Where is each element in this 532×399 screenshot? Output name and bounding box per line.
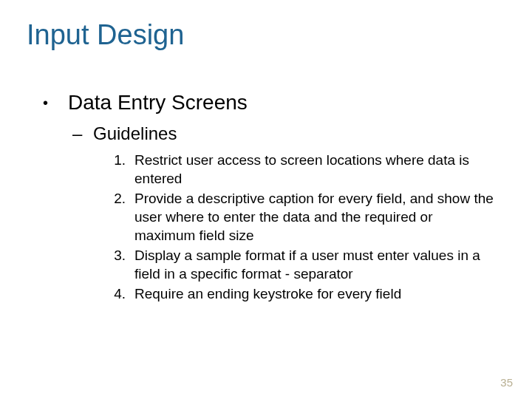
dash-icon: – [72, 123, 93, 145]
page-number: 35 [500, 376, 513, 389]
list-item: 3. Display a sample format if a user mus… [100, 246, 494, 283]
item-number: 3. [100, 246, 134, 265]
item-number: 1. [100, 151, 134, 169]
item-text: Display a sample format if a user must e… [134, 246, 494, 283]
item-text: Restrict user access to screen locations… [134, 151, 494, 188]
list-item: 2. Provide a descriptive caption for eve… [100, 189, 494, 245]
list-item: 1. Restrict user access to screen locati… [100, 151, 494, 188]
slide: Input Design • Data Entry Screens – Guid… [0, 0, 532, 399]
bullet-level-2: – Guidelines [72, 123, 494, 145]
item-text: Require an ending keystroke for every fi… [134, 284, 494, 303]
list-item: 4. Require an ending keystroke for every… [100, 284, 494, 303]
item-text: Provide a descriptive caption for every … [134, 189, 494, 245]
bullet-level-1: • Data Entry Screens [43, 90, 494, 115]
bullet-dot-icon: • [43, 90, 68, 115]
numbered-list: 1. Restrict user access to screen locati… [100, 151, 494, 303]
level2-text: Guidelines [93, 123, 177, 145]
slide-body: • Data Entry Screens – Guidelines 1. Res… [43, 90, 494, 304]
item-number: 4. [100, 284, 134, 303]
item-number: 2. [100, 189, 134, 208]
level1-text: Data Entry Screens [68, 90, 248, 115]
slide-title: Input Design [27, 19, 184, 51]
